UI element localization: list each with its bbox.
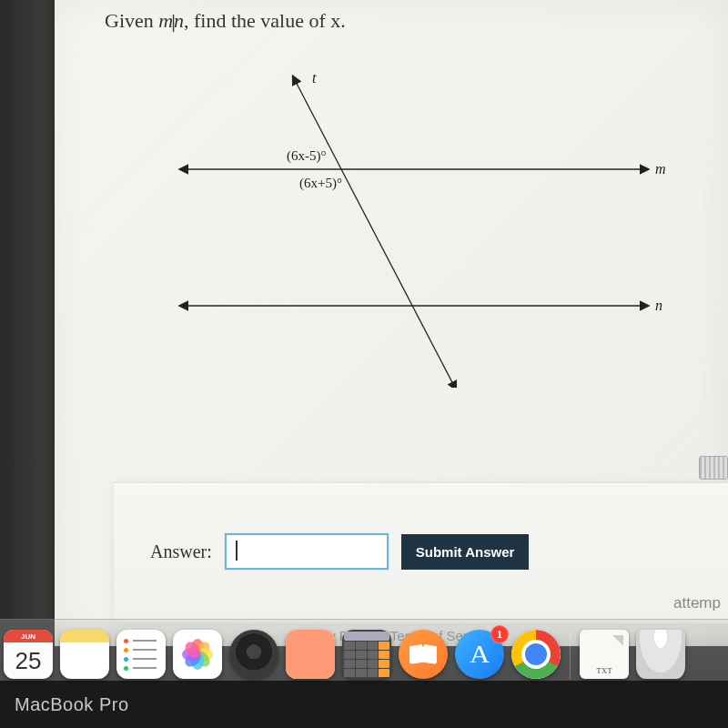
macos-dock: JUN 25 1 TXT — [0, 619, 728, 681]
photos-app-icon[interactable] — [173, 630, 222, 679]
calendar-app-icon[interactable]: JUN 25 — [4, 630, 53, 679]
photos-flower-icon — [182, 639, 213, 670]
submit-answer-button[interactable]: Submit Answer — [401, 534, 530, 570]
label-t: t — [312, 70, 317, 86]
answer-panel: Answer: Submit Answer attemp — [114, 482, 728, 623]
photobooth-app-icon[interactable] — [286, 630, 335, 679]
geometry-diagram: t m n (6x-5)° (6x+5)° — [132, 51, 678, 388]
label-m: m — [655, 161, 666, 177]
label-n: n — [655, 298, 662, 313]
angle-top-label: (6x-5)° — [287, 148, 326, 164]
text-cursor — [236, 541, 238, 561]
camera-app-icon[interactable] — [229, 630, 278, 679]
angle-bottom-label: (6x+5)° — [299, 176, 342, 191]
trash-icon[interactable] — [636, 630, 685, 679]
calendar-day: 25 — [4, 642, 53, 679]
answer-row: Answer: Submit Answer — [150, 533, 529, 570]
q-var-n: n — [174, 9, 184, 32]
question-prompt: Given m||n, find the value of x. — [105, 9, 728, 33]
q-prefix: Given — [105, 9, 158, 32]
document-icon[interactable]: TXT — [580, 630, 629, 679]
calculator-app-icon[interactable] — [342, 630, 391, 679]
diagram-svg: t m n (6x-5)° (6x+5)° — [132, 51, 678, 388]
device-label: MacBook Pro — [15, 694, 129, 715]
calendar-month: JUN — [4, 630, 53, 642]
line-t — [294, 78, 455, 388]
parallel-symbol: || — [171, 9, 172, 32]
answer-input[interactable] — [225, 533, 389, 570]
doc-ext: TXT — [596, 666, 612, 675]
attempt-counter: attemp — [673, 594, 721, 612]
dock-divider — [570, 633, 571, 679]
app-content: Given m||n, find the value of x. t m n (… — [55, 0, 728, 646]
bezel-left — [0, 0, 55, 619]
appstore-app-icon[interactable]: 1 — [455, 630, 504, 679]
answer-input-wrap — [225, 533, 389, 570]
notes-app-icon[interactable] — [60, 630, 109, 679]
appstore-badge: 1 — [490, 625, 509, 643]
keyboard-icon[interactable] — [699, 456, 728, 480]
reminders-app-icon[interactable] — [116, 630, 166, 679]
books-app-icon[interactable] — [399, 630, 448, 679]
q-suffix: , find the value of x. — [184, 9, 346, 32]
question-area: Given m||n, find the value of x. t m n (… — [55, 0, 728, 646]
answer-label: Answer: — [150, 541, 212, 562]
chrome-app-icon[interactable] — [511, 630, 561, 679]
